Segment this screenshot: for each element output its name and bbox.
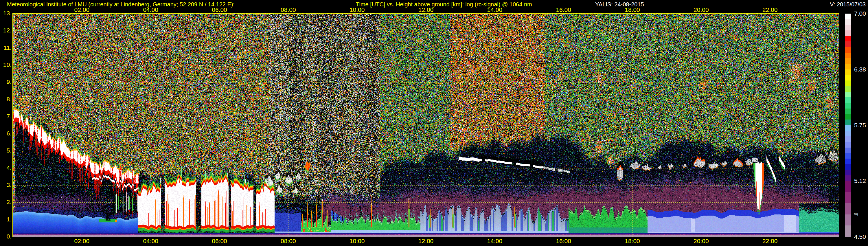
colorbar-stop [845, 92, 851, 97]
colorbar-stop [845, 75, 851, 81]
colorbar-stop [845, 25, 851, 30]
colorbar-stop [845, 170, 851, 175]
x-tick-top: 04:00 [138, 6, 164, 13]
colorbar-tick: 7.00 [854, 10, 866, 17]
x-tick-top: 20:00 [688, 6, 714, 13]
colorbar-stop [845, 97, 851, 103]
y-tick: 12. [0, 27, 11, 34]
colorbar-stop [845, 203, 851, 214]
colorbar-stop [845, 47, 851, 53]
colorbar-stop [845, 125, 851, 131]
colorbar-stop [845, 131, 851, 136]
colorbar [845, 13, 851, 237]
colorbar-tick: 5.75 [854, 122, 866, 129]
colorbar-stop [845, 192, 851, 204]
x-tick-bottom: 06:00 [207, 238, 232, 245]
colorbar-stop [845, 64, 851, 69]
colorbar-stop [845, 148, 851, 153]
colorbar-stop [845, 225, 851, 237]
colorbar-tick: 6.38 [854, 66, 866, 73]
x-tick-bottom: 22:00 [757, 238, 783, 245]
colorbar-stop [845, 13, 851, 19]
x-tick-bottom: 14:00 [482, 238, 508, 245]
colorbar-stop [845, 136, 851, 142]
colorbar-stop [845, 41, 851, 47]
lidar-heatmap-canvas [13, 13, 839, 237]
colorbar-tick: 5.12 [854, 177, 866, 184]
x-tick-bottom: 12:00 [413, 238, 439, 245]
colorbar-stop [845, 214, 851, 226]
y-tick: 2. [0, 198, 11, 206]
y-tick: 1. [0, 216, 11, 223]
colorbar-stop [845, 103, 851, 108]
y-tick: 8. [0, 96, 11, 103]
colorbar-stop [845, 58, 851, 64]
x-tick-bottom: 04:00 [138, 238, 164, 245]
y-tick: 0. [0, 233, 11, 240]
y-tick: 3. [0, 181, 11, 188]
x-tick-bottom: 20:00 [688, 238, 714, 245]
y-tick: 5. [0, 147, 11, 154]
x-tick-top: 14:00 [482, 6, 508, 13]
colorbar-stop [845, 19, 851, 25]
institute-label: Meteorological Institute of LMU (current… [7, 1, 235, 8]
colorbar-stop [845, 142, 851, 147]
colorbar-stop [845, 86, 851, 92]
x-tick-top: 16:00 [551, 6, 577, 13]
colorbar-stop [845, 81, 851, 86]
x-tick-bottom: 16:00 [551, 238, 577, 245]
y-tick: 10. [0, 61, 11, 68]
x-tick-top: 10:00 [344, 6, 370, 13]
colorbar-stop [845, 120, 851, 125]
x-tick-top: 08:00 [275, 6, 301, 13]
y-tick: 9. [0, 79, 11, 85]
x-tick-bottom: 18:00 [619, 238, 646, 245]
y-tick: 13. [0, 10, 11, 17]
x-tick-bottom: 10:00 [344, 238, 370, 245]
x-tick-top: 02:00 [69, 6, 95, 13]
colorbar-stop [845, 153, 851, 159]
y-tick: 6. [0, 130, 11, 137]
x-tick-bottom: 08:00 [275, 238, 301, 245]
colorbar-stop [845, 69, 851, 75]
y-tick: 7. [0, 113, 11, 120]
x-tick-top: 12:00 [413, 6, 439, 13]
colorbar-stop [845, 30, 851, 36]
colorbar-tick: 4.50 [854, 233, 866, 240]
y-tick: 4. [0, 164, 11, 171]
x-tick-top: 18:00 [619, 6, 646, 13]
plot-border [12, 13, 839, 237]
colorbar-stop [845, 53, 851, 58]
x-tick-bottom: 02:00 [69, 238, 95, 245]
colorbar-eq-label: eq [854, 212, 858, 216]
colorbar-stop [845, 175, 851, 181]
x-tick-top: 06:00 [207, 6, 232, 13]
x-tick-top: 22:00 [757, 6, 783, 13]
colorbar-stop [845, 109, 851, 114]
colorbar-stop [845, 36, 851, 41]
colorbar-stop [845, 114, 851, 120]
lidar-quicklook-app: Meteorological Institute of LMU (current… [0, 0, 868, 246]
y-tick: 11. [0, 44, 11, 51]
colorbar-stop [845, 159, 851, 164]
colorbar-stop [845, 164, 851, 170]
colorbar-stop [845, 181, 851, 192]
version-label: V: 2015/07/03 [830, 1, 866, 8]
